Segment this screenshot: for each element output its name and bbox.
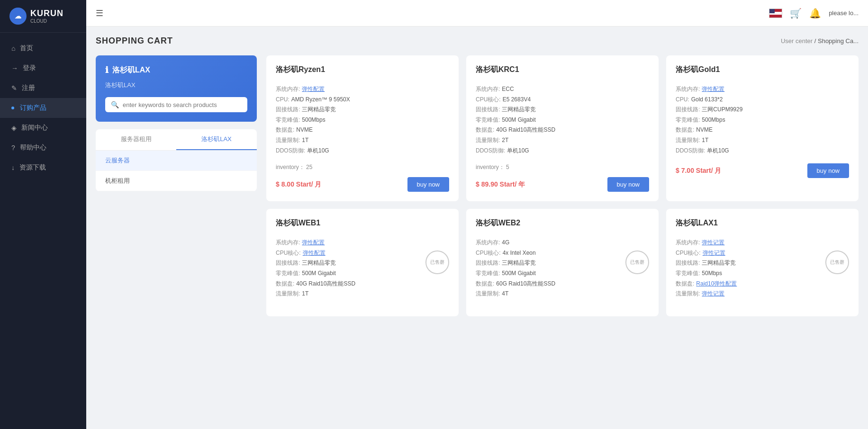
content-layout: ℹ 洛杉矶LAX 洛杉矶LAX 🔍 服务器租用 洛杉矶LAX 云服务器 xyxy=(96,55,859,316)
user-label[interactable]: please lo... xyxy=(829,9,859,17)
sidebar: ☁ KURUN CLOUD ⌂ 首页 → 登录 ✎ 注册 订购产品 ◈ 新闻中心… xyxy=(0,0,86,429)
spec-value[interactable]: 弹性记置 xyxy=(703,248,725,259)
spec-row: 固接线路: 三网精品零竞 xyxy=(476,258,649,268)
spec-row: 固接线路: 三网CUPM9929 xyxy=(676,105,849,115)
inventory-label: inventory： xyxy=(276,164,305,170)
spec-label: 流量限制: xyxy=(676,135,700,146)
spec-value: 500Mbps xyxy=(702,115,725,125)
inventory-label: inventory： xyxy=(476,164,505,170)
spec-label: 固接线路: xyxy=(676,105,700,115)
spec-label: 系统内存: xyxy=(276,84,300,95)
spec-row: 固接线路: 三网精品零竞 xyxy=(476,105,649,115)
spec-label: DDOS防御: xyxy=(276,146,305,156)
sidebar-item-help[interactable]: ? 帮助中心 xyxy=(0,138,86,158)
product-specs: 系统内存: 弹性配置 CPU: AMD Ryzen™ 9 5950X 固接线路:… xyxy=(276,84,449,156)
spec-value: 2T xyxy=(502,135,508,146)
spec-row: 流量限制: 1T xyxy=(276,135,449,146)
product-specs: 系统内存: 弹性记置 CPU核心: 弹性记置 固接线路: 三网精品零竞 零竞峰值… xyxy=(676,238,849,299)
location-icon: ℹ xyxy=(105,65,108,75)
sold-out-badge: 已售磬 xyxy=(625,250,649,274)
spec-label: 数据盘: xyxy=(276,279,294,289)
search-input[interactable] xyxy=(123,101,242,108)
spec-label: 流量限制: xyxy=(476,135,500,146)
spec-row: 流量限制: 弹性记置 xyxy=(676,289,849,299)
buy-button[interactable]: buy now xyxy=(607,177,649,192)
spec-row: 零竞峰值: 500Mbps xyxy=(276,115,449,125)
sidebar-item-register[interactable]: ✎ 注册 xyxy=(0,78,86,98)
spec-row: DDOS防御: 单机10G xyxy=(476,146,649,156)
page-content: SHOPPING CART User center / Shopping Ca.… xyxy=(86,27,868,429)
category-hosting[interactable]: 机柜租用 xyxy=(96,171,257,191)
spec-value[interactable]: Raid10弹性配置 xyxy=(696,279,737,289)
spec-row: 系统内存: 弹性记置 xyxy=(676,238,849,248)
spec-value[interactable]: 弹性记置 xyxy=(702,289,724,299)
language-flag[interactable] xyxy=(769,9,782,18)
product-card-krc1: 洛杉矶KRC1 系统内存: ECC CPU核心: E5 2683V4 固接线路:… xyxy=(466,55,659,201)
spec-value[interactable]: 弹性配置 xyxy=(302,84,325,95)
help-icon: ? xyxy=(11,144,15,152)
buy-button[interactable]: buy now xyxy=(807,163,849,178)
sidebar-item-shop[interactable]: 订购产品 xyxy=(0,98,86,118)
spec-label: 零竞峰值: xyxy=(476,268,500,279)
spec-label: 固接线路: xyxy=(476,258,500,268)
sidebar-item-login[interactable]: → 登录 xyxy=(0,58,86,78)
spec-value: 三网精品零竞 xyxy=(302,258,336,268)
bell-icon[interactable]: 🔔 xyxy=(809,8,821,19)
spec-value[interactable]: 弹性配置 xyxy=(302,238,325,248)
spec-value: 40G Raid10高性能SSD xyxy=(496,125,555,135)
spec-label: 数据盘: xyxy=(676,125,694,135)
product-footer: $ 7.00 Start/ 月 buy now xyxy=(676,163,849,178)
spec-row: 流量限制: 4T xyxy=(476,289,649,299)
spec-row: CPU核心: 弹性配置 xyxy=(276,248,449,259)
header: ☰ 🛒 🔔 please lo... xyxy=(86,0,868,27)
spec-row: 数据盘: 60G Raid10高性能SSD xyxy=(476,279,649,289)
spec-value[interactable]: 弹性记置 xyxy=(702,238,724,248)
spec-value[interactable]: 弹性配置 xyxy=(303,248,326,259)
spec-label: 固接线路: xyxy=(276,258,300,268)
spec-label: 流量限制: xyxy=(276,135,300,146)
active-badge xyxy=(11,107,14,109)
spec-row: 固接线路: 三网精品零竞 xyxy=(276,105,449,115)
login-icon: → xyxy=(11,64,18,72)
search-icon: 🔍 xyxy=(111,101,119,108)
spec-label: 零竞峰值: xyxy=(276,115,300,125)
spec-row: 零竞峰值: 50Mbps xyxy=(676,268,849,279)
product-card-lax1: 洛杉矶LAX1 系统内存: 弹性记置 CPU核心: 弹性记置 固接线路: 三网精… xyxy=(666,209,859,316)
sidebar-item-download[interactable]: ↓ 资源下载 xyxy=(0,158,86,178)
breadcrumb-home[interactable]: User center xyxy=(781,37,813,45)
tab-server[interactable]: 服务器租用 xyxy=(96,129,176,150)
sidebar-item-home[interactable]: ⌂ 首页 xyxy=(0,38,86,58)
product-specs: 系统内存: 弹性配置 CPU: Gold 6133*2 固接线路: 三网CUPM… xyxy=(676,84,849,156)
tab-lax[interactable]: 洛杉矶LAX xyxy=(176,129,257,150)
main: ☰ 🛒 🔔 please lo... SHOPPING CART User ce… xyxy=(86,0,868,429)
spec-value: 500M Gigabit xyxy=(502,268,535,279)
spec-value[interactable]: 弹性配置 xyxy=(702,84,724,95)
inventory-row: inventory： 25 xyxy=(276,163,449,171)
spec-value: NVME xyxy=(696,125,713,135)
products-grid: 洛杉矶Ryzen1 系统内存: 弹性配置 CPU: AMD Ryzen™ 9 5… xyxy=(266,55,859,316)
spec-value: Gold 6133*2 xyxy=(691,95,723,105)
spec-row: CPU核心: E5 2683V4 xyxy=(476,95,649,105)
hamburger-button[interactable]: ☰ xyxy=(96,8,103,18)
spec-label: CPU核心: xyxy=(476,95,501,105)
sidebar-item-news[interactable]: ◈ 新闻中心 xyxy=(0,118,86,138)
spec-label: 固接线路: xyxy=(476,105,500,115)
product-card-gold1: 洛杉矶Gold1 系统内存: 弹性配置 CPU: Gold 6133*2 固接线… xyxy=(666,55,859,201)
left-panel: ℹ 洛杉矶LAX 洛杉矶LAX 🔍 服务器租用 洛杉矶LAX 云服务器 xyxy=(96,55,257,316)
spec-value: AMD Ryzen™ 9 5950X xyxy=(291,95,350,105)
breadcrumb: User center / Shopping Ca... xyxy=(781,37,859,45)
buy-button[interactable]: buy now xyxy=(407,177,449,192)
page-header: SHOPPING CART User center / Shopping Ca.… xyxy=(96,36,859,46)
spec-label: CPU: xyxy=(676,95,689,105)
spec-value: 4T xyxy=(502,289,508,299)
spec-row: 零竞峰值: 500M Gigabit xyxy=(476,115,649,125)
spec-label: 流量限制: xyxy=(676,289,700,299)
product-card-ryzen1: 洛杉矶Ryzen1 系统内存: 弹性配置 CPU: AMD Ryzen™ 9 5… xyxy=(266,55,459,201)
spec-row: 数据盘: 40G Raid10高性能SSD xyxy=(476,125,649,135)
category-cloud[interactable]: 云服务器 xyxy=(96,151,257,171)
cart-icon[interactable]: 🛒 xyxy=(790,8,802,19)
spec-label: 固接线路: xyxy=(676,258,700,268)
breadcrumb-current: Shopping Ca... xyxy=(818,37,859,45)
spec-label: 固接线路: xyxy=(276,105,300,115)
product-specs: 系统内存: 弹性配置 CPU核心: 弹性配置 固接线路: 三网精品零竞 零竞峰值… xyxy=(276,238,449,299)
